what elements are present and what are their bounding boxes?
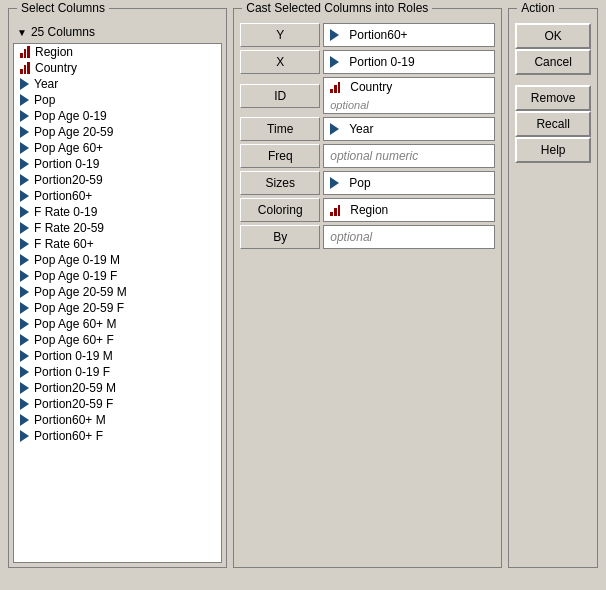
list-item[interactable]: Pop Age 20-59 F <box>14 300 221 316</box>
triangle-icon <box>20 110 29 122</box>
list-item[interactable]: Portion60+ F <box>14 428 221 444</box>
cancel-button[interactable]: Cancel <box>515 49 591 75</box>
roles-legend: Cast Selected Columns into Roles <box>242 1 432 15</box>
list-item[interactable]: Pop <box>14 92 221 108</box>
column-name: Portion60+ <box>34 189 92 203</box>
list-item[interactable]: Country <box>14 60 221 76</box>
role-value-text: Portion60+ <box>349 28 407 42</box>
list-item[interactable]: Pop Age 0-19 F <box>14 268 221 284</box>
list-item[interactable]: Region <box>14 44 221 60</box>
role-placeholder-text: optional <box>330 230 372 244</box>
triangle-icon <box>20 206 29 218</box>
list-item[interactable]: Pop Age 60+ F <box>14 332 221 348</box>
action-spacer <box>515 75 591 85</box>
action-panel: Action OKCancelRemoveRecallHelp <box>508 8 598 568</box>
column-name: F Rate 0-19 <box>34 205 97 219</box>
triangle-icon <box>20 430 29 442</box>
list-item[interactable]: F Rate 0-19 <box>14 204 221 220</box>
triangle-icon <box>330 56 339 68</box>
column-name: Portion20-59 <box>34 173 103 187</box>
triangle-icon <box>20 366 29 378</box>
column-name: F Rate 60+ <box>34 237 94 251</box>
bar-chart-icon <box>20 46 30 58</box>
triangle-icon <box>20 126 29 138</box>
list-item[interactable]: Year <box>14 76 221 92</box>
role-button-x[interactable]: X <box>240 50 320 74</box>
list-item[interactable]: Portion20-59 F <box>14 396 221 412</box>
remove-button[interactable]: Remove <box>515 85 591 111</box>
select-columns-legend: Select Columns <box>17 1 109 15</box>
list-item[interactable]: Pop Age 0-19 <box>14 108 221 124</box>
roles-grid: YPortion60+XPortion 0-19IDCountryoptiona… <box>240 23 495 249</box>
columns-list: RegionCountryYearPopPop Age 0-19Pop Age … <box>13 43 222 563</box>
list-item[interactable]: F Rate 20-59 <box>14 220 221 236</box>
triangle-icon <box>330 177 339 189</box>
role-button-y[interactable]: Y <box>240 23 320 47</box>
columns-count-label: 25 Columns <box>31 25 95 39</box>
role-value-time: Year <box>323 117 495 141</box>
column-name: Pop Age 0-19 F <box>34 269 117 283</box>
role-value-x: Portion 0-19 <box>323 50 495 74</box>
column-name: Region <box>35 45 73 59</box>
column-name: F Rate 20-59 <box>34 221 104 235</box>
column-name: Portion20-59 F <box>34 397 113 411</box>
role-value-by: optional <box>323 225 495 249</box>
select-columns-panel: Select Columns ▼ 25 Columns RegionCountr… <box>8 8 227 568</box>
list-item[interactable]: Portion60+ <box>14 188 221 204</box>
role-button-freq[interactable]: Freq <box>240 144 320 168</box>
triangle-icon <box>20 398 29 410</box>
role-value-id: Countryoptional <box>323 77 495 114</box>
ok-button[interactable]: OK <box>515 23 591 49</box>
column-name: Pop Age 60+ F <box>34 333 114 347</box>
triangle-icon <box>20 174 29 186</box>
column-name: Year <box>34 77 58 91</box>
bar-chart-icon <box>330 81 340 93</box>
help-button[interactable]: Help <box>515 137 591 163</box>
bar-chart-icon <box>20 62 30 74</box>
list-item[interactable]: Portion 0-19 <box>14 156 221 172</box>
column-name: Pop Age 60+ <box>34 141 103 155</box>
column-name: Pop <box>34 93 55 107</box>
list-item[interactable]: Pop Age 60+ <box>14 140 221 156</box>
list-item[interactable]: Portion60+ M <box>14 412 221 428</box>
role-value-text: Pop <box>349 176 370 190</box>
list-item[interactable]: Portion20-59 M <box>14 380 221 396</box>
column-name: Pop Age 20-59 F <box>34 301 124 315</box>
role-button-sizes[interactable]: Sizes <box>240 171 320 195</box>
triangle-icon <box>20 382 29 394</box>
column-name: Pop Age 20-59 <box>34 125 113 139</box>
list-item[interactable]: Portion 0-19 F <box>14 364 221 380</box>
triangle-icon <box>330 123 339 135</box>
role-value-coloring: Region <box>323 198 495 222</box>
list-item[interactable]: Portion 0-19 M <box>14 348 221 364</box>
column-name: Pop Age 0-19 <box>34 109 107 123</box>
list-item[interactable]: F Rate 60+ <box>14 236 221 252</box>
list-item[interactable]: Pop Age 0-19 M <box>14 252 221 268</box>
column-name: Portion 0-19 M <box>34 349 113 363</box>
triangle-icon <box>20 238 29 250</box>
recall-button[interactable]: Recall <box>515 111 591 137</box>
role-button-id[interactable]: ID <box>240 84 320 108</box>
bar-chart-icon <box>330 204 340 216</box>
role-button-by[interactable]: By <box>240 225 320 249</box>
column-name: Pop Age 0-19 M <box>34 253 120 267</box>
dropdown-arrow-icon[interactable]: ▼ <box>17 27 27 38</box>
column-name: Portion20-59 M <box>34 381 116 395</box>
list-item[interactable]: Portion20-59 <box>14 172 221 188</box>
list-item[interactable]: Pop Age 60+ M <box>14 316 221 332</box>
triangle-icon <box>20 350 29 362</box>
triangle-icon <box>20 222 29 234</box>
role-button-coloring[interactable]: Coloring <box>240 198 320 222</box>
triangle-icon <box>20 94 29 106</box>
column-name: Country <box>35 61 77 75</box>
list-item[interactable]: Pop Age 20-59 M <box>14 284 221 300</box>
role-button-time[interactable]: Time <box>240 117 320 141</box>
triangle-icon <box>20 158 29 170</box>
list-item[interactable]: Pop Age 20-59 <box>14 124 221 140</box>
role-value-sizes: Pop <box>323 171 495 195</box>
triangle-icon <box>20 142 29 154</box>
role-value-text: Year <box>349 122 373 136</box>
roles-panel: Cast Selected Columns into Roles YPortio… <box>233 8 502 568</box>
column-name: Pop Age 20-59 M <box>34 285 127 299</box>
columns-header: ▼ 25 Columns <box>13 23 222 41</box>
